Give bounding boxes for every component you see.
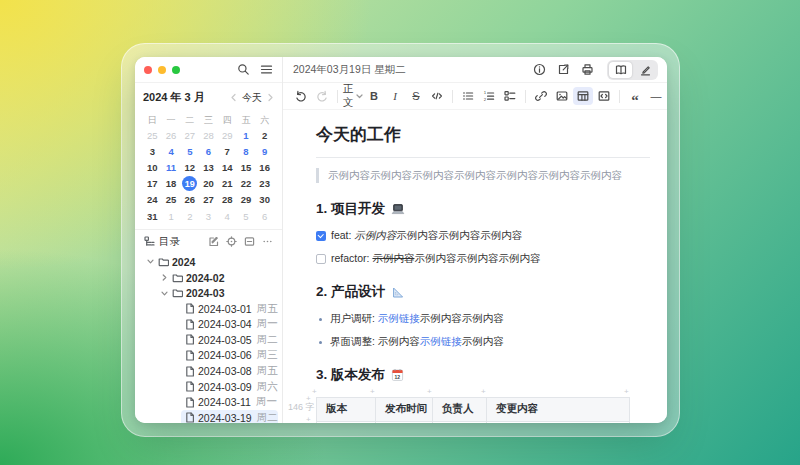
calendar-day[interactable]: 17 — [143, 176, 162, 192]
calendar-day[interactable]: 25 — [162, 192, 181, 208]
compose-icon[interactable] — [208, 236, 219, 247]
calendar-day[interactable]: 27 — [180, 127, 199, 143]
calendar-day[interactable]: 22 — [237, 176, 256, 192]
calendar-day[interactable]: 5 — [237, 208, 256, 224]
calendar-day[interactable]: 4 — [218, 208, 237, 224]
table-cell[interactable]: 示例内容示例内容示例内容 — [487, 422, 630, 424]
bullet-list-icon[interactable] — [458, 87, 478, 105]
tree-folder-2024-02[interactable]: 2024-02 — [161, 270, 278, 286]
checkbox-checked[interactable] — [316, 231, 326, 241]
tree-file-2024-03-06[interactable]: 2024-03-06周三 — [181, 348, 278, 364]
table-handle-plus[interactable]: + — [427, 388, 432, 396]
print-icon[interactable] — [581, 63, 594, 76]
tree-file-2024-03-05[interactable]: 2024-03-05周二 — [181, 332, 278, 348]
calendar-day[interactable]: 2 — [255, 127, 274, 143]
table-handle-plus[interactable]: + — [624, 388, 629, 396]
tree-file-2024-03-09[interactable]: 2024-03-09周六 — [181, 379, 278, 395]
export-icon[interactable] — [557, 63, 570, 76]
calendar-day[interactable]: 1 — [162, 208, 181, 224]
more-icon[interactable] — [262, 236, 273, 247]
calendar-day[interactable]: 26 — [162, 127, 181, 143]
chevron-down-icon[interactable] — [147, 258, 155, 265]
calendar-day[interactable]: 18 — [162, 176, 181, 192]
calendar-day[interactable]: 26 — [180, 192, 199, 208]
tree-file-2024-03-11[interactable]: 2024-03-11周一 — [181, 394, 278, 410]
italic-button[interactable]: I — [385, 87, 405, 105]
calendar-prev-icon[interactable] — [230, 93, 237, 102]
calendar-day[interactable]: 3 — [143, 143, 162, 159]
ordered-list-icon[interactable]: 12 — [479, 87, 499, 105]
calendar-day[interactable]: 11 — [162, 159, 181, 175]
strikethrough-button[interactable]: S — [406, 87, 426, 105]
calendar-day[interactable]: 28 — [218, 192, 237, 208]
image-icon[interactable] — [552, 87, 572, 105]
calendar-day[interactable]: 29 — [237, 192, 256, 208]
calendar-day[interactable]: 5 — [180, 143, 199, 159]
zoom-window-button[interactable] — [172, 66, 180, 74]
link-text[interactable]: 示例链接 — [420, 335, 462, 347]
tree-file-2024-03-19[interactable]: 2024-03-19周二 — [181, 410, 278, 423]
link-icon[interactable] — [531, 87, 551, 105]
minimize-window-button[interactable] — [158, 66, 166, 74]
locate-icon[interactable] — [226, 236, 237, 247]
chevron-right-icon[interactable] — [161, 274, 169, 281]
table-cell[interactable]: XXX — [433, 422, 487, 424]
info-icon[interactable] — [533, 63, 546, 76]
calendar-day[interactable]: 6 — [199, 143, 218, 159]
checkbox-unchecked[interactable] — [316, 254, 326, 264]
chevron-down-icon[interactable] — [161, 290, 169, 297]
undo-icon[interactable] — [291, 87, 311, 105]
calendar-day[interactable]: 4 — [162, 143, 181, 159]
hr-icon[interactable]: — — [646, 87, 666, 105]
table-icon[interactable] — [573, 87, 593, 105]
table-handle-plus[interactable]: + — [306, 416, 311, 423]
tree-folder-2024-03[interactable]: 2024-03 — [161, 285, 278, 301]
calendar-day[interactable]: 14 — [218, 159, 237, 175]
calendar-day[interactable]: 30 — [255, 192, 274, 208]
calendar-day[interactable]: 19 — [180, 176, 199, 192]
edit-mode-button[interactable] — [633, 62, 656, 78]
calendar-day[interactable]: 9 — [255, 143, 274, 159]
calendar-day[interactable]: 31 — [143, 208, 162, 224]
calendar-day[interactable]: 6 — [255, 208, 274, 224]
calendar-day[interactable]: 29 — [218, 127, 237, 143]
calendar-day[interactable]: 12 — [180, 159, 199, 175]
read-mode-button[interactable] — [609, 62, 632, 78]
calendar-day[interactable]: 1 — [237, 127, 256, 143]
calendar-day[interactable]: 25 — [143, 127, 162, 143]
collapse-icon[interactable] — [244, 236, 255, 247]
calendar-day[interactable]: 3 — [199, 208, 218, 224]
tree-folder-2024[interactable]: 2024 — [147, 254, 278, 270]
note-content[interactable]: 今天的工作 示例内容示例内容示例内容示例内容示例内容示例内容示例内容 1. 项目… — [283, 110, 667, 423]
calendar-day[interactable]: 24 — [143, 192, 162, 208]
tree-file-2024-03-08[interactable]: 2024-03-08周五 — [181, 363, 278, 379]
bold-button[interactable]: B — [364, 87, 384, 105]
table-cell[interactable]: 2024.3.19 — [376, 422, 433, 424]
search-icon[interactable] — [237, 63, 250, 76]
close-window-button[interactable] — [144, 66, 152, 74]
link-text[interactable]: 示例链接 — [378, 312, 420, 324]
calendar-day[interactable]: 28 — [199, 127, 218, 143]
tree-file-2024-03-04[interactable]: 2024-03-04周一 — [181, 317, 278, 333]
calendar-day[interactable]: 16 — [255, 159, 274, 175]
table-header-cell[interactable]: 发布时间 — [376, 398, 433, 422]
table-header-cell[interactable]: 负责人 — [433, 398, 487, 422]
table-handle-plus[interactable]: + — [370, 388, 375, 396]
table-header-cell[interactable]: 变更内容 — [487, 398, 630, 422]
calendar-next-icon[interactable] — [267, 93, 274, 102]
calendar-day[interactable]: 13 — [199, 159, 218, 175]
calendar-day[interactable]: 23 — [255, 176, 274, 192]
calendar-day[interactable]: 20 — [199, 176, 218, 192]
calendar-day[interactable]: 10 — [143, 159, 162, 175]
code-block-icon[interactable] — [594, 87, 614, 105]
table-handle-plus[interactable]: + — [312, 388, 317, 396]
redo-icon[interactable] — [312, 87, 332, 105]
calendar-day[interactable]: 15 — [237, 159, 256, 175]
calendar-day[interactable]: 27 — [199, 192, 218, 208]
table-handle-plus[interactable]: + — [481, 388, 486, 396]
tree-file-2024-03-01[interactable]: 2024-03-01周五 — [181, 301, 278, 317]
table-header-cell[interactable]: 版本 — [317, 398, 376, 422]
quote-icon[interactable]: “ — [625, 87, 645, 105]
calendar-today-button[interactable]: 今天 — [242, 91, 262, 105]
version-table[interactable]: 版本发布时间负责人变更内容v0.3.02024.3.19XXX示例内容示例内容示… — [316, 397, 630, 423]
